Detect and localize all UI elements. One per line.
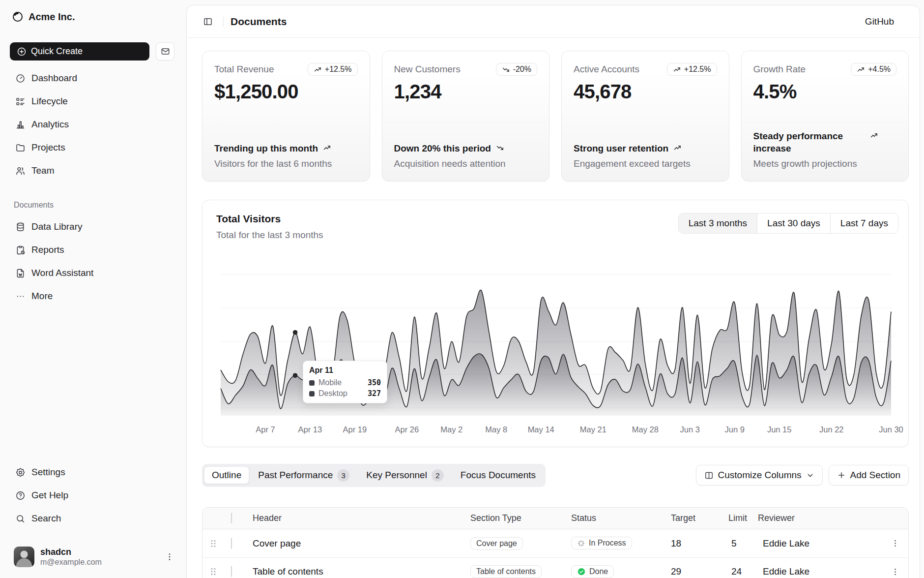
tooltip-row-desktop: Desktop 327 [309, 389, 381, 398]
user-menu[interactable]: shadcn m@example.com [10, 543, 178, 571]
sidebar-item-lifecycle[interactable]: Lifecycle [10, 92, 176, 111]
series-value: 350 [368, 378, 381, 387]
sidebar-item-analytics[interactable]: Analytics [10, 115, 176, 134]
quick-create-button[interactable]: Quick Create [10, 42, 149, 61]
stat-footer-title: Down 20% this period [394, 142, 538, 155]
row-menu-button[interactable] [881, 539, 909, 548]
area-chart[interactable]: Apr 7Apr 13Apr 19Apr 26May 2May 8May 14M… [214, 249, 897, 444]
limit-value[interactable]: 24 [728, 566, 758, 577]
x-axis-tick: Apr 13 [298, 425, 322, 434]
sidebar-item-more[interactable]: More [10, 287, 176, 305]
stat-card-top: Total Revenue +12.5% [214, 63, 358, 76]
stat-card-new-customers: New Customers -20% 1,234 Down 20% this p… [382, 51, 550, 182]
x-axis-tick: May 21 [580, 425, 606, 434]
status-badge: Done [571, 565, 614, 578]
x-axis-tick: Apr 7 [256, 425, 275, 434]
range-option-last-3-months[interactable]: Last 3 months [679, 213, 757, 233]
users-icon [15, 166, 26, 176]
sidebar-item-word-assistant[interactable]: Word Assistant [10, 264, 176, 282]
sidebar-toggle-button[interactable] [200, 13, 216, 30]
stat-card-top: New Customers -20% [394, 63, 538, 76]
trend-badge: +12.5% [308, 63, 358, 76]
active-dot-desktop [293, 373, 298, 378]
sidebar-item-projects[interactable]: Projects [10, 138, 176, 157]
select-all-checkbox[interactable] [231, 513, 232, 523]
trend-down-icon [502, 65, 510, 74]
target-value[interactable]: 29 [667, 566, 728, 577]
section-tabs: OutlinePast Performance3Key Personnel2Fo… [202, 464, 546, 487]
sidebar-nav-documents: Data Library Reports Word Assistant More [10, 217, 176, 305]
customize-columns-button[interactable]: Customize Columns [696, 465, 823, 486]
stat-footer-desc: Meets growth projections [753, 158, 897, 169]
stat-footer-title: Strong user retention [574, 142, 717, 155]
drag-handle[interactable] [202, 539, 224, 548]
series-swatch [309, 391, 315, 396]
stat-footer-title: Steady performance increase [753, 130, 897, 155]
tab-focus-documents[interactable]: Focus Documents [453, 466, 544, 484]
sidebar-item-team[interactable]: Team [10, 161, 176, 180]
sidebar-item-settings[interactable]: Settings [10, 463, 176, 482]
stat-footer-title: Trending up this month [214, 142, 358, 155]
stat-footer: Down 20% this period Acquisition needs a… [394, 142, 538, 169]
reviewer-value[interactable]: Eddie Lake [758, 566, 881, 577]
row-header-link[interactable]: Cover page [253, 538, 301, 548]
stat-footer-desc: Visitors for the last 6 months [214, 158, 358, 169]
brand[interactable]: Acme Inc. [12, 11, 75, 23]
sidebar-section-label: Documents [14, 201, 54, 210]
quick-create-row: Quick Create [10, 42, 174, 61]
x-axis-tick: Apr 26 [395, 425, 419, 434]
sidebar-item-get-help[interactable]: Get Help [10, 486, 176, 505]
sidebar-item-label: Get Help [31, 490, 68, 501]
chevron-down-icon [806, 471, 814, 480]
x-axis-tick: Apr 19 [343, 425, 367, 434]
sidebar-item-search[interactable]: Search [10, 509, 176, 528]
github-link[interactable]: GitHub [865, 16, 894, 27]
col-section-type: Section Type [465, 513, 566, 523]
stat-value: 45,678 [574, 81, 717, 103]
tab-outline[interactable]: Outline [204, 466, 249, 484]
col-reviewer: Reviewer [758, 513, 881, 523]
circle-plus-icon [17, 47, 27, 57]
quick-create-label: Quick Create [31, 46, 83, 57]
visitors-chart-card: Total Visitors Total for the last 3 mont… [202, 200, 909, 447]
tab-key-personnel[interactable]: Key Personnel2 [358, 466, 452, 485]
main-panel: Documents GitHub Total Revenue +12.5% $1… [186, 5, 920, 578]
x-axis-tick: Jun 3 [680, 425, 700, 434]
row-checkbox[interactable] [231, 538, 232, 549]
sidebar-item-reports[interactable]: Reports [10, 241, 176, 259]
inbox-button[interactable] [156, 42, 174, 61]
sidebar-item-label: Reports [31, 244, 64, 255]
lifecycle-icon [15, 96, 26, 107]
row-checkbox[interactable] [231, 566, 232, 577]
user-email: m@example.com [40, 557, 159, 567]
tab-count-badge: 3 [337, 469, 349, 482]
tab-past-performance[interactable]: Past Performance3 [250, 466, 357, 485]
sidebar-item-dashboard[interactable]: Dashboard [10, 69, 176, 88]
sidebar-item-label: Search [31, 513, 61, 524]
row-menu-button[interactable] [881, 567, 909, 577]
range-option-last-30-days[interactable]: Last 30 days [757, 213, 830, 233]
brand-name: Acme Inc. [29, 11, 75, 23]
stat-card-top: Growth Rate +4.5% [753, 63, 897, 76]
stat-footer: Trending up this month Visitors for the … [214, 142, 358, 169]
stat-footer: Strong user retention Engagement exceed … [574, 142, 717, 169]
drag-handle[interactable] [202, 567, 224, 576]
sidebar-item-label: Projects [31, 142, 65, 153]
user-name: shadcn [40, 547, 159, 557]
col-limit: Limit [728, 513, 758, 523]
x-axis-tick: May 14 [528, 425, 554, 434]
limit-value[interactable]: 5 [728, 538, 758, 549]
tooltip-rows: Mobile 350 Desktop 327 [309, 378, 381, 398]
sidebar-item-data-library[interactable]: Data Library [10, 217, 176, 236]
reviewer-value[interactable]: Eddie Lake [758, 538, 881, 549]
header-divider [223, 17, 224, 27]
stat-value: 4.5% [753, 81, 897, 103]
x-axis-tick: Jun 15 [767, 425, 792, 434]
row-header-link[interactable]: Table of contents [253, 566, 323, 577]
tooltip-date: Apr 11 [309, 366, 381, 375]
table-row-cover-page: Cover page Cover page In Process 18 5 Ed… [202, 529, 908, 557]
range-option-last-7-days[interactable]: Last 7 days [830, 213, 898, 233]
dots-vertical-icon[interactable] [165, 552, 174, 562]
target-value[interactable]: 18 [667, 538, 728, 549]
add-section-button[interactable]: Add Section [829, 465, 909, 486]
